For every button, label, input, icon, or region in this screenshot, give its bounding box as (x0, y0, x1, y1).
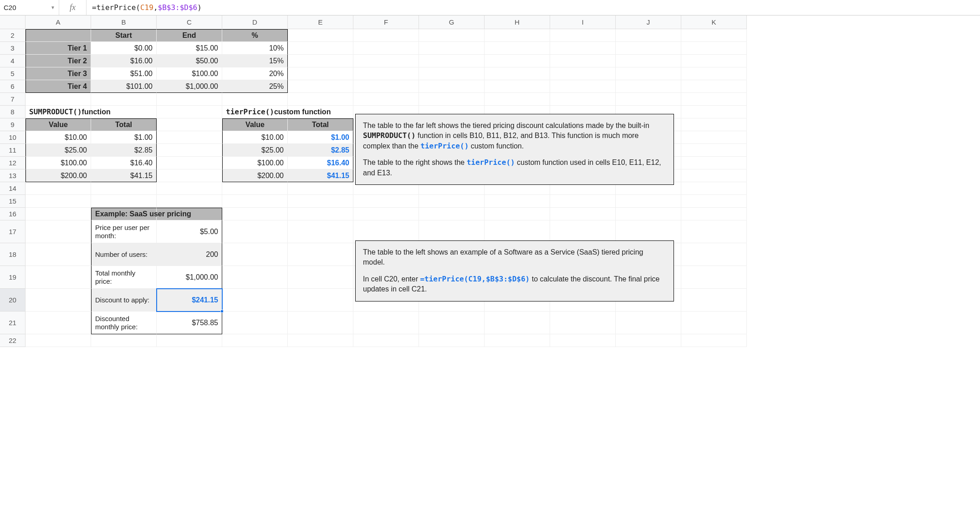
cell-C14[interactable] (157, 182, 222, 195)
cell-A12[interactable]: $100.00 (26, 157, 91, 169)
cell-F15[interactable] (353, 195, 419, 208)
cell-C21[interactable]: $758.85 (157, 312, 222, 334)
cell-B15[interactable] (91, 195, 157, 208)
cell-E4[interactable] (288, 55, 353, 67)
cell-K4[interactable] (681, 55, 747, 67)
cell-C6[interactable]: $1,000.00 (157, 80, 222, 93)
cell-B12[interactable]: $16.40 (91, 157, 157, 169)
cell-C22[interactable] (157, 334, 222, 347)
cell-F5[interactable] (353, 67, 419, 80)
cell-C9[interactable] (157, 118, 222, 131)
cell-A14[interactable] (26, 182, 91, 195)
cell-H21[interactable] (485, 312, 550, 334)
cell-A15[interactable] (26, 195, 91, 208)
cell-E2[interactable] (288, 29, 353, 42)
row-header-16[interactable]: 16 (0, 208, 26, 220)
cell-K15[interactable] (681, 195, 747, 208)
cell-G17[interactable] (419, 220, 485, 243)
col-header-J[interactable]: J (616, 15, 681, 29)
cell-I6[interactable] (550, 80, 616, 93)
row-header-13[interactable]: 13 (0, 169, 26, 182)
cell-K18[interactable] (681, 243, 747, 266)
cell-E17[interactable] (288, 220, 353, 243)
cell-J17[interactable] (616, 220, 681, 243)
col-header-I[interactable]: I (550, 15, 616, 29)
cell-B21[interactable]: Discounted monthly price: (91, 312, 157, 334)
row-header-2[interactable]: 2 (0, 29, 26, 42)
cell-C13[interactable] (157, 169, 222, 182)
cell-B19[interactable]: Total monthly price: (91, 266, 157, 289)
cell-K14[interactable] (681, 182, 747, 195)
col-header-A[interactable]: A (26, 15, 91, 29)
cell-H17[interactable] (485, 220, 550, 243)
cell-F6[interactable] (353, 80, 419, 93)
cell-G7[interactable] (419, 93, 485, 106)
cell-E11[interactable]: $2.85 (288, 144, 353, 157)
cell-C8[interactable] (157, 106, 222, 118)
cell-G3[interactable] (419, 42, 485, 55)
cell-K9[interactable] (681, 118, 747, 131)
cell-K13[interactable] (681, 169, 747, 182)
cell-C18[interactable]: 200 (157, 243, 222, 266)
cell-A13[interactable]: $200.00 (26, 169, 91, 182)
cell-E16[interactable] (288, 208, 353, 220)
cell-H16[interactable] (485, 208, 550, 220)
cell-C10[interactable] (157, 131, 222, 144)
cell-K8[interactable] (681, 106, 747, 118)
cell-B22[interactable] (91, 334, 157, 347)
cell-K10[interactable] (681, 131, 747, 144)
cell-E5[interactable] (288, 67, 353, 80)
cell-B18[interactable]: Number of users: (91, 243, 157, 266)
cell-E20[interactable] (288, 289, 353, 312)
cell-G6[interactable] (419, 80, 485, 93)
cell-C19[interactable]: $1,000.00 (157, 266, 222, 289)
col-header-B[interactable]: B (91, 15, 157, 29)
cell-D19[interactable] (222, 266, 288, 289)
cell-E12[interactable]: $16.40 (288, 157, 353, 169)
row-header-21[interactable]: 21 (0, 312, 26, 334)
cell-K11[interactable] (681, 144, 747, 157)
cell-J4[interactable] (616, 55, 681, 67)
row-header-12[interactable]: 12 (0, 157, 26, 169)
cell-G22[interactable] (419, 334, 485, 347)
cell-D20[interactable] (222, 289, 288, 312)
col-header-G[interactable]: G (419, 15, 485, 29)
cell-H15[interactable] (485, 195, 550, 208)
cell-B4[interactable]: $16.00 (91, 55, 157, 67)
cell-C2[interactable]: End (157, 29, 222, 42)
cell-J2[interactable] (616, 29, 681, 42)
cell-I22[interactable] (550, 334, 616, 347)
cell-K19[interactable] (681, 266, 747, 289)
cell-H4[interactable] (485, 55, 550, 67)
cell-A3[interactable]: Tier 1 (26, 42, 91, 55)
cell-F22[interactable] (353, 334, 419, 347)
cell-A16[interactable] (26, 208, 91, 220)
cell-B17[interactable]: Price per user per month: (91, 220, 157, 243)
col-header-D[interactable]: D (222, 15, 288, 29)
cell-J16[interactable] (616, 208, 681, 220)
cell-A6[interactable]: Tier 4 (26, 80, 91, 93)
cell-D17[interactable] (222, 220, 288, 243)
cell-A22[interactable] (26, 334, 91, 347)
cell-A20[interactable] (26, 289, 91, 312)
cell-C12[interactable] (157, 157, 222, 169)
cell-F3[interactable] (353, 42, 419, 55)
cell-D6[interactable]: 25% (222, 80, 288, 93)
cell-C4[interactable]: $50.00 (157, 55, 222, 67)
row-header-22[interactable]: 22 (0, 334, 26, 347)
cell-I5[interactable] (550, 67, 616, 80)
cell-F7[interactable] (353, 93, 419, 106)
row-header-14[interactable]: 14 (0, 182, 26, 195)
cell-D16[interactable] (222, 208, 288, 220)
cell-G16[interactable] (419, 208, 485, 220)
row-header-4[interactable]: 4 (0, 55, 26, 67)
cell-C7[interactable] (157, 93, 222, 106)
selection-handle[interactable] (220, 310, 224, 313)
cell-J15[interactable] (616, 195, 681, 208)
cell-F4[interactable] (353, 55, 419, 67)
cell-K17[interactable] (681, 220, 747, 243)
cell-K12[interactable] (681, 157, 747, 169)
cell-E7[interactable] (288, 93, 353, 106)
name-box[interactable]: C20 ▼ (0, 0, 59, 15)
cell-A21[interactable] (26, 312, 91, 334)
